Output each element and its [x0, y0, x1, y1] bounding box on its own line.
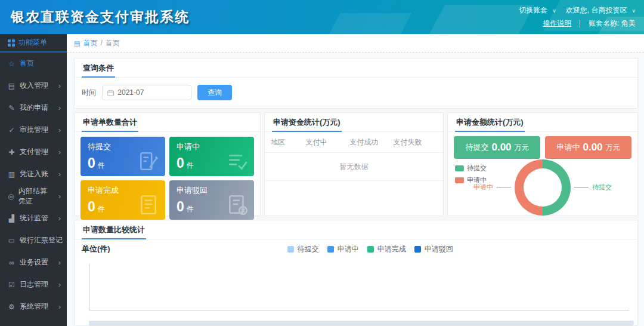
- amount-stats-panel: 申请金额统计(万元) 待提交 0.00 万元 申请中: [447, 112, 638, 216]
- sidebar-item-label: 支付管理: [20, 147, 48, 157]
- time-picker[interactable]: [102, 85, 191, 100]
- pending-amount-button[interactable]: 待提交 0.00 万元: [454, 136, 540, 159]
- legend-swatch-blue: [327, 246, 334, 253]
- breadcrumb-separator: /: [100, 39, 102, 47]
- stat-card-unit: 件: [187, 204, 194, 214]
- donut-chart[interactable]: [515, 159, 571, 216]
- leader-line: [574, 187, 589, 187]
- sidebar-item-log-management[interactable]: ☑ 日志管理 ›: [0, 273, 67, 296]
- sidebar-item-income[interactable]: ▤ 收入管理 ›: [0, 75, 67, 97]
- menu-title: 功能菜单: [18, 38, 47, 48]
- bar-chart-area: [82, 258, 630, 318]
- stats-chart-icon: ▟: [8, 214, 16, 223]
- sidebar-item-label: 系统管理: [20, 302, 48, 312]
- voucher-entry-icon: ▥: [8, 170, 16, 179]
- log-edit-icon: ☑: [8, 281, 16, 289]
- legend-label: 申请完成: [377, 244, 406, 254]
- empty-data-text: 暂无数据: [265, 153, 443, 181]
- stat-card-in-progress[interactable]: 申请中 0 件: [169, 137, 254, 176]
- amount-value: 0.00: [583, 142, 602, 153]
- legend-swatch-darkblue: [414, 246, 421, 253]
- approval-check-icon: ✓: [8, 126, 16, 134]
- internal-settle-icon: ◎: [8, 192, 14, 201]
- sidebar-item-bank-draft[interactable]: ▭ 银行汇票登记: [0, 229, 67, 251]
- sidebar-item-business-settings[interactable]: ∞ 业务设置 ›: [0, 251, 67, 273]
- leader-line: [497, 187, 511, 187]
- fund-stats-title: 申请资金统计(万元): [272, 113, 342, 132]
- amount-value: 0.00: [491, 142, 511, 153]
- amount-stats-head: 申请金额统计(万元): [448, 113, 637, 132]
- sidebar-item-internal-settlement[interactable]: ◎ 内部结算凭证 ›: [0, 185, 67, 207]
- chevron-right-icon: ›: [58, 81, 61, 90]
- list-check-icon: [226, 150, 249, 173]
- sidebar-item-stats-supervision[interactable]: ▟ 统计监管 ›: [0, 207, 67, 229]
- chevron-right-icon: ›: [58, 103, 61, 112]
- count-cards-grid: 待提交 0 件 申请中: [75, 132, 260, 225]
- chevron-down-icon[interactable]: ∨: [631, 8, 636, 14]
- breadcrumb-current: 首页: [106, 38, 120, 48]
- fund-table-header: 地区 支付中 支付成功 支付失败: [265, 132, 443, 153]
- sidebar-item-voucher-entry[interactable]: ▥ 凭证入账 ›: [0, 163, 67, 185]
- y-axis-unit-label: 单位(件): [82, 244, 110, 254]
- main-area: ▤ 首页 / 首页 查询条件 时间: [67, 34, 644, 326]
- amount-stats-title: 申请金额统计(万元): [455, 113, 525, 132]
- chevron-right-icon: ›: [58, 125, 61, 134]
- chevron-right-icon: ›: [58, 258, 61, 267]
- amount-label: 待提交: [465, 142, 488, 153]
- comparison-legend: 待提交 申请中 申请完成: [287, 244, 453, 254]
- comparison-head: 申请数量比较统计: [75, 220, 637, 239]
- system-gear-icon: ⚙: [8, 303, 16, 311]
- time-input[interactable]: [117, 88, 186, 97]
- legend-item-inprogress[interactable]: 申请中: [455, 176, 487, 184]
- amount-body: 待提交 0.00 万元 申请中 0.00 万元: [448, 132, 637, 216]
- column-header-failed: 支付失败: [394, 137, 437, 147]
- home-star-icon: ☆: [8, 60, 16, 68]
- operation-guide-link[interactable]: 操作说明: [543, 19, 571, 29]
- legend-item-completed[interactable]: 申请完成: [367, 244, 406, 254]
- legend-label: 待提交: [298, 244, 319, 254]
- breadcrumb-home-link[interactable]: 首页: [83, 38, 97, 48]
- sidebar-item-my-apply[interactable]: ✎ 我的申请 ›: [0, 97, 67, 119]
- stat-card-value: 0: [88, 155, 95, 171]
- income-doc-icon: ▤: [8, 82, 16, 90]
- sidebar-item-payment[interactable]: ✚ 支付管理 ›: [0, 141, 67, 163]
- breadcrumb: ▤ 首页 / 首页: [67, 34, 644, 53]
- legend-item-pending[interactable]: 待提交: [455, 164, 487, 173]
- legend-item-in-progress[interactable]: 申请中: [327, 244, 359, 254]
- search-button[interactable]: 查询: [197, 85, 232, 100]
- stat-card-unit: 件: [98, 204, 105, 214]
- welcome-user-link[interactable]: 欢迎您, 台商投资区: [566, 5, 627, 16]
- chevron-right-icon: ›: [58, 214, 61, 223]
- legend-item-pending-submit[interactable]: 待提交: [287, 244, 319, 254]
- header-account-row: 切换账套 ∨ 欢迎您, 台商投资区 ∨: [519, 5, 636, 16]
- chevron-right-icon: ›: [58, 280, 61, 289]
- app-root: 银农直联资金支付审批系统 切换账套 ∨ 欢迎您, 台商投资区 ∨ 操作说明 账套…: [0, 0, 644, 326]
- stat-card-completed[interactable]: 申请完成 0 件: [80, 180, 165, 220]
- sidebar-item-approval[interactable]: ✓ 审批管理 ›: [0, 119, 67, 141]
- chevron-right-icon: ›: [58, 302, 61, 311]
- legend-item-rejected[interactable]: 申请驳回: [414, 244, 453, 254]
- chevron-right-icon: ›: [58, 192, 61, 201]
- middle-row: 申请单数量合计 待提交 0 件: [74, 112, 638, 216]
- switch-account-link[interactable]: 切换账套: [519, 5, 547, 16]
- sidebar-item-label: 内部结算凭证: [18, 186, 54, 207]
- legend-label: 申请中: [338, 244, 359, 254]
- stat-card-rejected[interactable]: 申请驳回 0 件: [169, 180, 254, 220]
- sidebar: 功能菜单 ☆ 首页 ▤ 收入管理 › ✎ 我的申请 › ✓ 审批管理 ›: [0, 34, 67, 326]
- stat-card-unit: 件: [187, 161, 194, 171]
- legend-swatch-green: [367, 246, 374, 253]
- horizontal-scrollbar[interactable]: [89, 321, 634, 325]
- query-body: 时间 查询: [75, 78, 637, 108]
- query-panel: 查询条件 时间 查询: [74, 58, 638, 109]
- chevron-down-icon[interactable]: ∨: [552, 8, 556, 14]
- stat-card-value: 0: [88, 199, 95, 215]
- amount-unit: 万元: [515, 143, 529, 153]
- legend-label: 申请中: [467, 176, 487, 184]
- query-panel-head: 查询条件: [75, 59, 637, 78]
- sidebar-item-system-management[interactable]: ⚙ 系统管理 ›: [0, 296, 67, 318]
- inprogress-amount-button[interactable]: 申请中 0.00 万元: [545, 136, 631, 159]
- chart-plot-axes: [89, 264, 629, 310]
- legend-swatch-lightblue: [287, 246, 294, 253]
- sidebar-item-home[interactable]: ☆ 首页: [0, 53, 67, 75]
- stat-card-pending-submit[interactable]: 待提交 0 件: [80, 137, 165, 176]
